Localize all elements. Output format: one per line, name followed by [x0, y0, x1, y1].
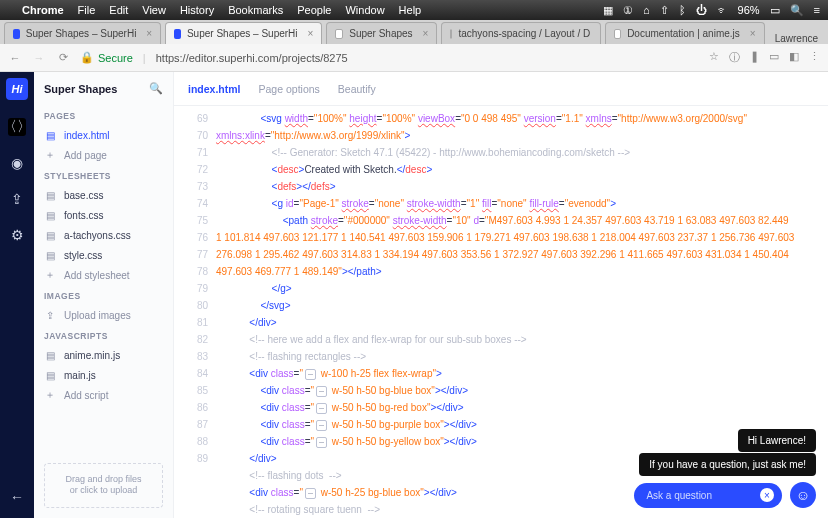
file-label: main.js — [64, 370, 96, 381]
battery-text: 96% — [738, 4, 760, 16]
editor-topbar: index.html Page options Beautify — [174, 72, 828, 106]
file-icon: ▤ — [44, 209, 56, 221]
chat-input[interactable]: Ask a question × — [634, 483, 782, 508]
extension-icon[interactable]: ❚ — [750, 50, 759, 65]
drop-zone[interactable]: Drag and drop files or click to upload — [44, 463, 163, 508]
bookmark-icon[interactable]: ☆ — [709, 50, 719, 65]
section-stylesheets: STYLESHEETS — [34, 165, 173, 185]
menubar-item[interactable]: File — [78, 4, 96, 16]
battery-icon: ▭ — [770, 4, 780, 17]
sidebar-file[interactable]: ▤a-tachyons.css — [34, 225, 173, 245]
file-icon: ▤ — [44, 229, 56, 241]
add-label: Upload images — [64, 310, 131, 321]
back-button-icon[interactable]: ← — [8, 52, 22, 64]
close-tab-icon[interactable]: × — [600, 28, 601, 39]
section-pages: PAGES — [34, 105, 173, 125]
menubar-app[interactable]: Chrome — [22, 4, 64, 16]
browser-tab[interactable]: Super Shapes – SuperHi × — [165, 22, 322, 44]
forward-button-icon: → — [32, 52, 46, 64]
favicon-icon — [335, 29, 343, 39]
macos-menubar: Chrome File Edit View History Bookmarks … — [0, 0, 828, 20]
close-tab-icon[interactable]: × — [308, 28, 314, 39]
search-icon[interactable]: 🔍 — [149, 82, 163, 95]
browser-tab[interactable]: tachyons-spacing / Layout / D × — [441, 22, 601, 44]
file-icon: ▤ — [44, 369, 56, 381]
upload-images-button[interactable]: ⇪Upload images — [34, 305, 173, 325]
add-label: Add stylesheet — [64, 270, 130, 281]
file-label: anime.min.js — [64, 350, 120, 361]
browser-tab[interactable]: Super Shapes × — [326, 22, 437, 44]
back-rail-icon[interactable]: ← — [8, 488, 26, 506]
menubar-item[interactable]: History — [180, 4, 214, 16]
superhi-logo-icon[interactable]: Hi — [6, 78, 28, 100]
sidebar-file[interactable]: ▤base.css — [34, 185, 173, 205]
sidebar-file-index[interactable]: ▤ index.html — [34, 125, 173, 145]
lock-icon: 🔒 — [80, 51, 94, 64]
editor-filename[interactable]: index.html — [188, 83, 241, 95]
favicon-icon — [174, 29, 181, 39]
section-javascripts: JAVASCRIPTS — [34, 325, 173, 345]
menubar-item[interactable]: Window — [345, 4, 384, 16]
extension-icon[interactable]: ⓘ — [729, 50, 740, 65]
sidebar-file[interactable]: ▤fonts.css — [34, 205, 173, 225]
plus-icon: ＋ — [44, 389, 56, 401]
reload-button-icon[interactable]: ⟳ — [56, 51, 70, 64]
menubar-item[interactable]: People — [297, 4, 331, 16]
menubar-item[interactable]: Help — [399, 4, 422, 16]
section-images: IMAGES — [34, 285, 173, 305]
settings-icon[interactable]: ⚙ — [8, 226, 26, 244]
secure-label: Secure — [98, 52, 133, 64]
extension-icon[interactable]: ◧ — [789, 50, 799, 65]
drop-line1: Drag and drop files — [51, 474, 156, 486]
browser-tab[interactable]: Documentation | anime.js × — [605, 22, 764, 44]
code-editor-panel: index.html Page options Beautify 6970717… — [174, 72, 828, 518]
browser-profile-name[interactable]: Lawrence — [765, 33, 828, 44]
close-tab-icon[interactable]: × — [423, 28, 429, 39]
chrome-menu-icon[interactable]: ⋮ — [809, 50, 820, 65]
app-root: Hi 〈〉 ◉ ⇪ ⚙ ← Super Shapes 🔍 PAGES ▤ ind… — [0, 72, 828, 518]
chat-close-icon[interactable]: × — [760, 488, 774, 502]
sidebar-file[interactable]: ▤anime.min.js — [34, 345, 173, 365]
sidebar-file[interactable]: ▤style.css — [34, 245, 173, 265]
browser-tab[interactable]: Super Shapes – SuperHi × — [4, 22, 161, 44]
plus-icon: ＋ — [44, 269, 56, 281]
status-icon[interactable]: ⏻ — [696, 4, 707, 16]
file-sidebar: Super Shapes 🔍 PAGES ▤ index.html ＋ Add … — [34, 72, 174, 518]
file-label: base.css — [64, 190, 103, 201]
upload-icon[interactable]: ⇪ — [8, 190, 26, 208]
status-icon[interactable]: ᛒ — [679, 4, 686, 16]
page-options-button[interactable]: Page options — [259, 83, 320, 95]
status-icon[interactable]: ⇧ — [660, 4, 669, 17]
browser-toolbar: ← → ⟳ 🔒 Secure | https://editor.superhi.… — [0, 44, 828, 72]
chat-avatar-icon[interactable]: ☺ — [790, 482, 816, 508]
spotlight-icon[interactable]: 🔍 — [790, 4, 804, 17]
add-script-button[interactable]: ＋Add script — [34, 385, 173, 405]
add-stylesheet-button[interactable]: ＋Add stylesheet — [34, 265, 173, 285]
plus-icon: ＋ — [44, 149, 56, 161]
file-label: style.css — [64, 250, 102, 261]
menubar-item[interactable]: Edit — [109, 4, 128, 16]
left-rail: Hi 〈〉 ◉ ⇪ ⚙ ← — [0, 72, 34, 518]
extension-icon[interactable]: ▭ — [769, 50, 779, 65]
add-label: Add page — [64, 150, 107, 161]
status-icon[interactable]: ① — [623, 4, 633, 17]
sidebar-file[interactable]: ▤main.js — [34, 365, 173, 385]
chat-prompt-bubble: If you have a question, just ask me! — [639, 453, 816, 476]
secure-indicator[interactable]: 🔒 Secure — [80, 51, 133, 64]
menubar-item[interactable]: View — [142, 4, 166, 16]
file-icon: ▤ — [44, 249, 56, 261]
status-icon[interactable]: ⌂ — [643, 4, 650, 16]
preview-icon[interactable]: ◉ — [8, 154, 26, 172]
wifi-icon[interactable]: ᯤ — [717, 4, 728, 16]
add-page-button[interactable]: ＋ Add page — [34, 145, 173, 165]
menu-extras-icon[interactable]: ≡ — [814, 4, 820, 16]
code-view-icon[interactable]: 〈〉 — [8, 118, 26, 136]
beautify-button[interactable]: Beautify — [338, 83, 376, 95]
status-icon[interactable]: ▦ — [603, 4, 613, 17]
file-icon: ▤ — [44, 189, 56, 201]
tab-label: Super Shapes – SuperHi — [26, 28, 137, 39]
menubar-item[interactable]: Bookmarks — [228, 4, 283, 16]
address-url[interactable]: https://editor.superhi.com/projects/8275 — [156, 52, 348, 64]
close-tab-icon[interactable]: × — [146, 28, 152, 39]
close-tab-icon[interactable]: × — [750, 28, 756, 39]
